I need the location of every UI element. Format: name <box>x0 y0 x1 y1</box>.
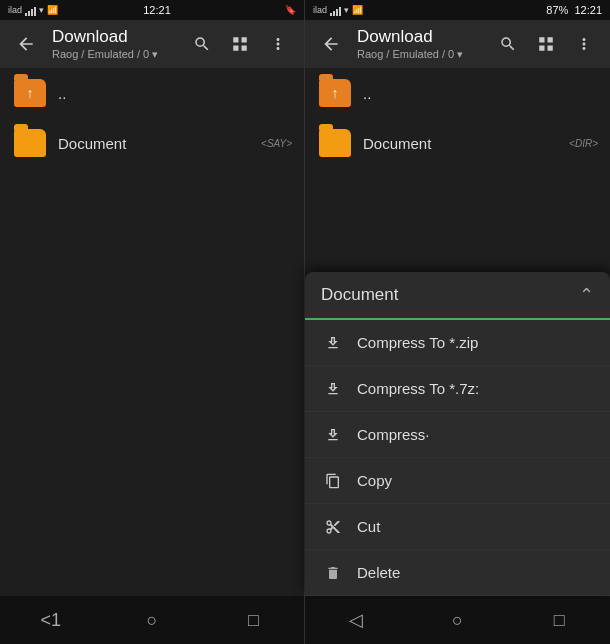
left-more-button[interactable] <box>260 26 296 62</box>
context-menu-item-copy[interactable]: Copy <box>305 458 610 504</box>
right-title: Download <box>357 27 486 47</box>
context-menu: Document ⌃ Compress To *.zip Compress To… <box>305 272 610 596</box>
right-panel: ilad ▾ 📶 87% 12:21 Download Raog / Emula… <box>305 0 610 644</box>
parent-folder-icon: ↑ <box>12 75 48 111</box>
right-subtitle: Raog / Emulated / 0 ▾ <box>357 48 486 61</box>
context-menu-close-button[interactable]: ⌃ <box>579 284 594 306</box>
list-item[interactable]: ↑ .. <box>305 68 610 118</box>
context-menu-item-delete[interactable]: Delete <box>305 550 610 596</box>
right-bt-icon: 📶 <box>352 5 363 15</box>
left-nav-back[interactable]: <1 <box>26 600 76 640</box>
right-parent-folder-icon: ↑ <box>317 75 353 111</box>
compress-zip-label: Compress To *.zip <box>357 334 478 351</box>
compress-7z-icon <box>321 381 345 397</box>
left-back-button[interactable] <box>8 26 44 62</box>
left-grid-button[interactable] <box>222 26 258 62</box>
left-signal-bars <box>25 4 36 16</box>
right-parent-folder-name: .. <box>363 85 598 102</box>
right-document-folder-meta: <DIR> <box>569 138 598 149</box>
left-nav-home[interactable]: ○ <box>127 600 177 640</box>
right-title-area: Download Raog / Emulated / 0 ▾ <box>353 27 486 60</box>
right-grid-button[interactable] <box>528 26 564 62</box>
delete-icon <box>321 565 345 581</box>
left-panel: ilad ▾ 📶 12:21 🔖 Download Raog / Emulate… <box>0 0 305 644</box>
right-back-button[interactable] <box>313 26 349 62</box>
cut-icon <box>321 519 345 535</box>
right-bottom-nav: ◁ ○ □ <box>305 596 610 644</box>
context-menu-item-compress[interactable]: Compress· <box>305 412 610 458</box>
copy-icon <box>321 473 345 489</box>
right-wifi-icon: ▾ <box>344 5 349 15</box>
left-bottom-nav: <1 ○ □ <box>0 596 304 644</box>
right-nav-home[interactable]: ○ <box>432 600 482 640</box>
left-bt-icon: 📶 <box>47 5 58 15</box>
delete-label: Delete <box>357 564 400 581</box>
context-menu-item-cut[interactable]: Cut <box>305 504 610 550</box>
left-wifi-icon: ▾ <box>39 5 44 15</box>
context-menu-item-compress-7z[interactable]: Compress To *.7z: <box>305 366 610 412</box>
right-signal-text: ilad <box>313 5 327 15</box>
left-signal-text: ilad <box>8 5 22 15</box>
context-menu-item-compress-zip[interactable]: Compress To *.zip <box>305 320 610 366</box>
right-time: 87% 12:21 <box>546 4 602 16</box>
copy-label: Copy <box>357 472 392 489</box>
left-title: Download <box>52 27 180 47</box>
right-toolbar-icons <box>490 26 602 62</box>
right-search-button[interactable] <box>490 26 526 62</box>
left-toolbar: Download Raog / Emulated / 0 ▾ <box>0 20 304 68</box>
left-status-bar: ilad ▾ 📶 12:21 🔖 <box>0 0 304 20</box>
left-file-list: ↑ .. Document <SAY> <box>0 68 304 596</box>
document-folder-meta: <SAY> <box>261 138 292 149</box>
right-toolbar: Download Raog / Emulated / 0 ▾ <box>305 20 610 68</box>
right-signal-area: ilad ▾ 📶 <box>313 4 363 16</box>
up-arrow-icon: ↑ <box>27 85 34 101</box>
compress-label: Compress· <box>357 426 430 443</box>
right-status-bar: ilad ▾ 📶 87% 12:21 <box>305 0 610 20</box>
left-subtitle-arrow-icon: ▾ <box>152 48 158 61</box>
compress-7z-label: Compress To *.7z: <box>357 380 479 397</box>
left-subtitle: Raog / Emulated / 0 ▾ <box>52 48 180 61</box>
list-item[interactable]: Document <DIR> <box>305 118 610 168</box>
right-nav-recents[interactable]: □ <box>534 600 584 640</box>
parent-folder-name: .. <box>58 85 292 102</box>
right-nav-back[interactable]: ◁ <box>331 600 381 640</box>
context-menu-header: Document ⌃ <box>305 272 610 320</box>
right-document-folder-name: Document <box>363 135 569 152</box>
cut-label: Cut <box>357 518 380 535</box>
compress-icon <box>321 427 345 443</box>
left-toolbar-icons <box>184 26 296 62</box>
right-document-folder-icon <box>317 125 353 161</box>
list-item[interactable]: ↑ .. <box>0 68 304 118</box>
left-signal-area: ilad ▾ 📶 <box>8 4 58 16</box>
context-menu-title: Document <box>321 285 398 305</box>
right-more-button[interactable] <box>566 26 602 62</box>
document-folder-icon <box>12 125 48 161</box>
list-item[interactable]: Document <SAY> <box>0 118 304 168</box>
right-subtitle-arrow-icon: ▾ <box>457 48 463 61</box>
document-folder-name: Document <box>58 135 261 152</box>
left-status-right: 🔖 <box>256 5 296 15</box>
left-title-area: Download Raog / Emulated / 0 ▾ <box>48 27 180 60</box>
left-nav-recents[interactable]: □ <box>228 600 278 640</box>
right-signal-bars <box>330 4 341 16</box>
left-time: 12:21 <box>143 4 171 16</box>
left-search-button[interactable] <box>184 26 220 62</box>
right-up-arrow-icon: ↑ <box>332 85 339 101</box>
compress-zip-icon <box>321 335 345 351</box>
